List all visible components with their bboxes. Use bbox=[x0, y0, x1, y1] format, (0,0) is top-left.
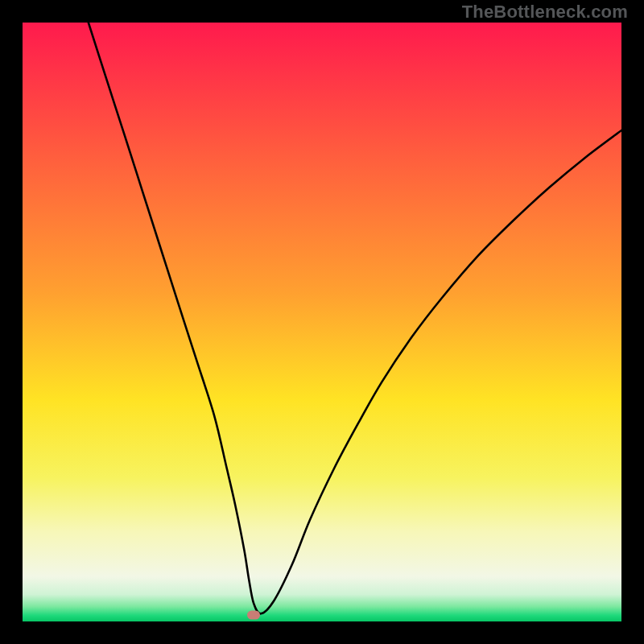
chart-frame: TheBottleneck.com bbox=[0, 0, 644, 644]
bottleneck-curve-path bbox=[89, 23, 621, 613]
watermark-text: TheBottleneck.com bbox=[462, 2, 628, 23]
bottleneck-curve-layer bbox=[23, 23, 621, 621]
plot-area bbox=[23, 23, 621, 621]
optimal-point-marker bbox=[247, 610, 260, 619]
